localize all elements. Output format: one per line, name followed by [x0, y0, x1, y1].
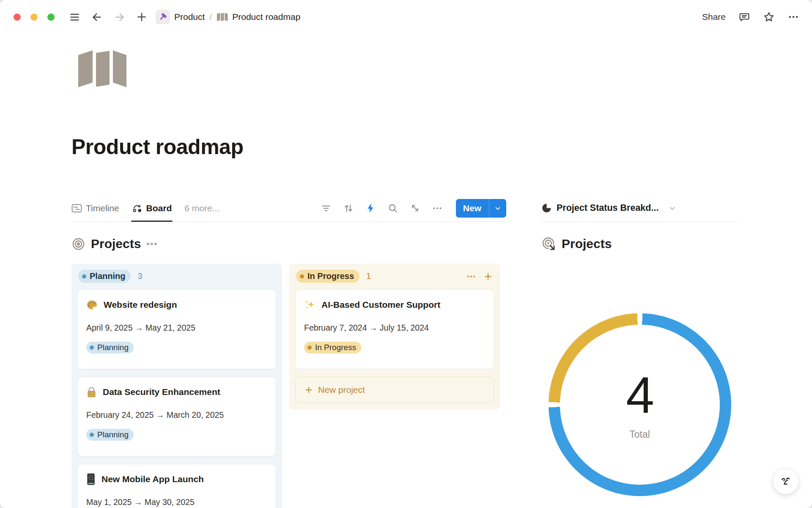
breadcrumb-teamspace[interactable]: Product [156, 10, 205, 24]
board-section-title: Projects [91, 237, 141, 251]
card-date-range: May 1, 2025 → May 30, 2025 [86, 497, 267, 508]
more-views-button[interactable]: 6 more... [184, 203, 219, 213]
expand-icon[interactable] [410, 203, 420, 213]
chart-panel-title: Project Status Breakd... [557, 203, 658, 213]
search-icon[interactable] [387, 203, 398, 214]
page-title[interactable]: Product roadmap [71, 135, 243, 159]
view-tabs-row: Timeline Board 6 more... [71, 195, 506, 222]
project-card-website-redesign[interactable]: Website redesign April 9, 2025 → May 21,… [77, 290, 276, 369]
filter-icon[interactable] [321, 203, 332, 214]
breadcrumb-teamspace-label: Product [174, 12, 205, 22]
sparkles-icon [304, 299, 315, 311]
mobile-phone-icon [86, 473, 96, 485]
database-view-section: Timeline Board 6 more... [71, 195, 506, 508]
breadcrumb-separator: / [209, 12, 212, 22]
page-map-icon[interactable] [77, 49, 127, 88]
lock-icon [86, 387, 97, 398]
pie-chart-icon [541, 203, 552, 213]
column-count: 3 [137, 271, 142, 281]
card-status-pill: In Progress [304, 342, 361, 353]
donut-chart: 4 Total [549, 313, 731, 496]
project-card-data-security[interactable]: Data Security Enhancement February 24, 2… [77, 377, 276, 456]
new-button-dropdown[interactable] [489, 199, 506, 218]
breadcrumb-page[interactable]: Product roadmap [217, 12, 300, 22]
card-date-range: April 9, 2025 → May 21, 2025 [86, 322, 267, 333]
new-button[interactable]: New [456, 199, 506, 218]
card-status-pill: Planning [86, 429, 134, 441]
status-dot [82, 274, 86, 279]
status-dot [300, 274, 304, 279]
card-title: New Mobile App Launch [102, 473, 204, 486]
tab-board[interactable]: Board [132, 195, 172, 221]
column-count: 1 [366, 271, 371, 281]
project-card-mobile-app[interactable]: New Mobile App Launch May 1, 2025 → May … [77, 464, 276, 508]
chevron-down-icon[interactable] [668, 204, 677, 213]
ai-face-icon [778, 473, 794, 489]
hammer-icon [156, 10, 170, 24]
notion-window: Product / Product roadmap Share [0, 0, 812, 508]
chart-panel-header[interactable]: Project Status Breakd... [541, 195, 738, 222]
target-icon [71, 237, 85, 251]
kanban-board: Planning 3 Website redesign April 9, 202… [71, 264, 506, 508]
more-options-icon[interactable] [787, 11, 799, 23]
board-status-icon [132, 203, 143, 213]
column-in-progress: In Progress 1 [289, 264, 500, 410]
status-label: Planning [90, 271, 125, 281]
new-project-button[interactable]: New project [295, 377, 494, 403]
map-icon [217, 12, 228, 22]
column-add-plus-icon[interactable] [483, 271, 493, 282]
status-pill-in-progress[interactable]: In Progress [296, 270, 359, 283]
back-arrow-icon[interactable] [91, 11, 103, 23]
card-status-label: In Progress [315, 343, 356, 352]
column-planning: Planning 3 Website redesign April 9, 202… [71, 264, 282, 508]
close-window-button[interactable] [14, 14, 21, 21]
status-dot [307, 345, 312, 350]
zoom-window-button[interactable] [47, 14, 55, 21]
project-card-ai-support[interactable]: AI-Based Customer Support February 7, 20… [295, 290, 494, 369]
column-ellipsis-icon[interactable] [466, 271, 476, 282]
view-options-ellipsis-icon[interactable] [432, 203, 443, 214]
comments-icon[interactable] [738, 11, 750, 23]
new-button-label: New [456, 199, 489, 218]
sort-icon[interactable] [343, 203, 354, 214]
new-project-label: New project [318, 385, 365, 395]
status-dot [90, 345, 94, 350]
star-icon[interactable] [763, 11, 775, 23]
status-dot [90, 433, 94, 437]
status-pill-planning[interactable]: Planning [78, 270, 131, 283]
breadcrumb: Product / Product roadmap [156, 10, 300, 24]
share-button[interactable]: Share [702, 12, 726, 22]
minimize-window-button[interactable] [30, 14, 38, 21]
donut-total-label: Total [629, 429, 650, 440]
plus-icon [304, 385, 313, 395]
titlebar: Product / Product roadmap Share [0, 0, 812, 34]
breadcrumb-page-label: Product roadmap [232, 12, 300, 22]
tab-timeline-label: Timeline [86, 203, 119, 213]
section-options-ellipsis-icon[interactable]: ••• [146, 239, 158, 249]
linked-target-icon [541, 236, 557, 251]
tab-timeline[interactable]: Timeline [71, 195, 119, 221]
sidebar-menu-icon[interactable] [69, 11, 80, 23]
timeline-icon [71, 204, 82, 213]
tab-board-label: Board [146, 203, 172, 213]
traffic-lights [14, 14, 55, 21]
palette-icon [86, 299, 98, 311]
status-label: In Progress [307, 271, 354, 281]
automation-lightning-icon[interactable] [365, 203, 376, 213]
chart-section-title: Projects [562, 237, 612, 251]
notion-ai-face-button[interactable] [773, 468, 799, 494]
card-title: AI-Based Customer Support [321, 298, 440, 311]
card-date-range: February 24, 2025 → March 20, 2025 [86, 409, 267, 420]
new-tab-plus-icon[interactable] [136, 11, 147, 22]
card-status-pill: Planning [86, 342, 134, 353]
card-status-label: Planning [97, 343, 129, 352]
card-date-range: February 7, 2024 → July 15, 2024 [304, 322, 485, 333]
card-title: Data Security Enhancement [103, 386, 220, 398]
donut-total-value: 4 [626, 370, 653, 420]
card-status-label: Planning [97, 430, 129, 439]
card-title: Website redesign [104, 298, 177, 311]
forward-arrow-icon[interactable] [114, 11, 125, 23]
chart-panel: Project Status Breakd... Projects 4 Tota… [541, 195, 738, 496]
